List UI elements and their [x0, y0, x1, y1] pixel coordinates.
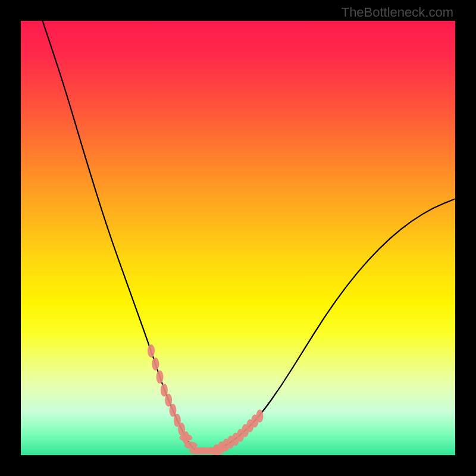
chart-plot-area	[21, 21, 455, 455]
marker-cluster-right	[213, 409, 264, 455]
bottleneck-curve-svg	[21, 21, 455, 455]
data-marker	[152, 358, 159, 371]
watermark-text: TheBottleneck.com	[342, 5, 453, 20]
data-marker	[156, 371, 164, 384]
marker-cluster-left	[148, 345, 189, 444]
data-marker	[179, 434, 192, 441]
data-marker	[256, 409, 264, 422]
bottleneck-curve-line	[43, 21, 456, 451]
data-marker	[148, 345, 155, 358]
